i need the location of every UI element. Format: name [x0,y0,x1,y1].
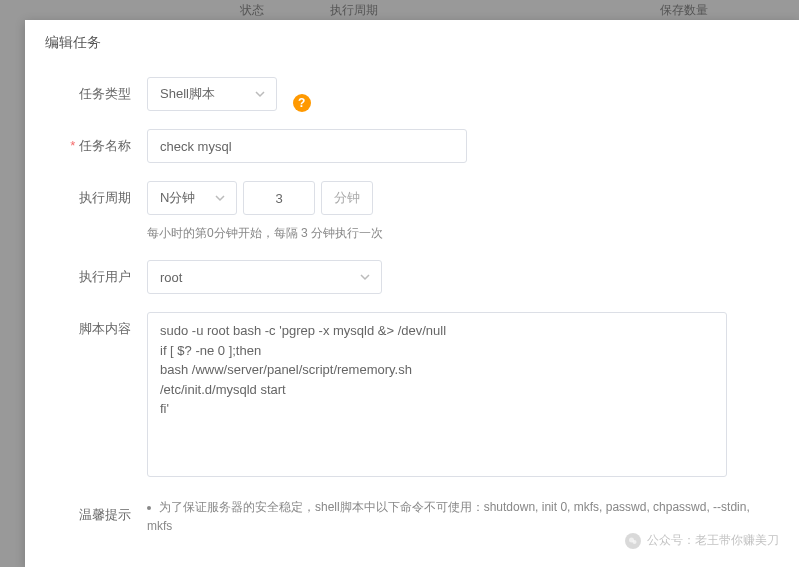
label-tips: 温馨提示 [55,498,147,524]
script-textarea[interactable] [147,312,727,477]
chevron-down-icon [254,88,266,100]
bg-col-keep: 保存数量 [660,2,740,19]
content-cycle: N分钟 分钟 每小时的第0分钟开始，每隔 3 分钟执行一次 [147,181,769,242]
content-task-name [147,129,769,163]
label-user: 执行用户 [55,260,147,286]
modal-title: 编辑任务 [25,20,799,67]
bg-col-cycle: 执行周期 [330,2,410,19]
cycle-hint: 每小时的第0分钟开始，每隔 3 分钟执行一次 [147,225,769,242]
help-icon[interactable]: ? [293,94,311,112]
cycle-unit-label: 分钟 [321,181,373,215]
label-script: 脚本内容 [55,312,147,338]
cycle-type-value: N分钟 [160,189,195,207]
row-task-name: 任务名称 [55,129,769,163]
chevron-down-icon [214,192,226,204]
user-select[interactable]: root [147,260,382,294]
tips-line-1: 为了保证服务器的安全稳定，shell脚本中以下命令不可使用：shutdown, … [147,500,750,533]
row-task-type: 任务类型 Shell脚本 ? [55,77,769,111]
row-tips: 温馨提示 为了保证服务器的安全稳定，shell脚本中以下命令不可使用：shutd… [55,498,769,536]
task-name-input[interactable] [147,129,467,163]
row-script: 脚本内容 [55,312,769,480]
chevron-down-icon [359,271,371,283]
bullet-icon [147,506,151,510]
content-script [147,312,769,480]
task-type-value: Shell脚本 [160,85,215,103]
cycle-value-input[interactable] [243,181,315,215]
task-type-select[interactable]: Shell脚本 [147,77,277,111]
row-cycle: 执行周期 N分钟 分钟 每小时的第0分钟开始，每隔 3 分钟执行一次 [55,181,769,242]
content-task-type: Shell脚本 ? [147,77,769,111]
bg-col-status: 状态 [240,2,300,19]
cycle-type-select[interactable]: N分钟 [147,181,237,215]
task-form: 任务类型 Shell脚本 ? 任务名称 执行周期 [25,67,799,536]
tips-content: 为了保证服务器的安全稳定，shell脚本中以下命令不可使用：shutdown, … [147,498,769,536]
row-user: 执行用户 root [55,260,769,294]
label-task-type: 任务类型 [55,77,147,103]
edit-task-modal: 编辑任务 任务类型 Shell脚本 ? 任务名称 执行周期 [25,20,799,567]
content-user: root [147,260,769,294]
label-cycle: 执行周期 [55,181,147,207]
user-value: root [160,270,182,285]
label-task-name: 任务名称 [55,129,147,155]
